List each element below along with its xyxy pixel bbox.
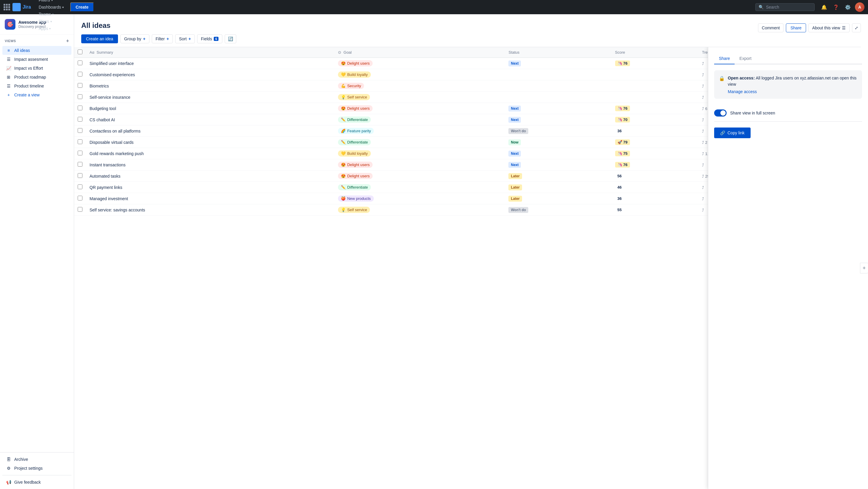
status-cell: Later bbox=[505, 171, 611, 182]
summary-cell[interactable]: Biometrics bbox=[86, 80, 334, 92]
sidebar-item-product-roadmap[interactable]: ⊞ Product roadmap bbox=[2, 73, 71, 82]
sidebar-item-all-ideas[interactable]: ≡ All ideas bbox=[2, 46, 71, 55]
goal-tag[interactable]: 💡 Self service bbox=[338, 94, 370, 100]
row-checkbox[interactable] bbox=[78, 61, 83, 65]
manage-access-link[interactable]: Manage access bbox=[728, 89, 857, 94]
goal-emoji: 🍑 bbox=[341, 196, 346, 201]
goal-tag[interactable]: 💛 Build loyalty bbox=[338, 150, 371, 157]
nav-item-filters[interactable]: Filters▾ bbox=[36, 0, 67, 4]
header-checkbox-col bbox=[74, 47, 86, 58]
summary-cell[interactable]: QR payment links bbox=[86, 182, 334, 193]
summary-cell[interactable]: Budgeting tool bbox=[86, 103, 334, 114]
panel-plus-button[interactable]: + bbox=[860, 263, 868, 273]
row-checkbox-cell bbox=[74, 159, 86, 171]
row-checkbox[interactable] bbox=[78, 151, 83, 155]
app-grid-button[interactable] bbox=[4, 4, 10, 10]
goal-tag[interactable]: 💡 Self service bbox=[338, 207, 370, 213]
row-checkbox[interactable] bbox=[78, 105, 83, 110]
create-button[interactable]: Create bbox=[70, 2, 94, 12]
about-view-icon: ☰ bbox=[842, 26, 846, 30]
notifications-button[interactable]: 🔔 bbox=[819, 2, 829, 12]
copy-link-button[interactable]: 🔗 Copy link bbox=[714, 127, 751, 138]
score-cell: 🦄 75 bbox=[612, 148, 699, 159]
sidebar-item-label: Archive bbox=[14, 457, 28, 462]
goal-tag[interactable]: 😍 Delight users bbox=[338, 173, 373, 179]
header-summary: Aα Summary bbox=[86, 47, 334, 58]
expand-button[interactable]: ⤢ bbox=[852, 24, 861, 32]
row-checkbox[interactable] bbox=[78, 184, 83, 189]
row-checkbox[interactable] bbox=[78, 72, 83, 77]
row-checkbox[interactable] bbox=[78, 140, 83, 144]
help-button[interactable]: ❓ bbox=[831, 2, 841, 12]
status-badge: Won't do bbox=[508, 207, 528, 213]
filter-button[interactable]: Filter + bbox=[152, 34, 173, 43]
row-checkbox[interactable] bbox=[78, 173, 83, 178]
summary-cell[interactable]: Customised experiences bbox=[86, 69, 334, 80]
goal-cell: ✏️ Differentiate bbox=[334, 182, 505, 193]
sidebar-item-give-feedback[interactable]: 📢 Give feedback bbox=[2, 478, 71, 487]
fullscreen-toggle[interactable]: ✕ bbox=[714, 110, 726, 117]
status-cell: Now bbox=[505, 137, 611, 148]
goal-tag[interactable]: 😍 Delight users bbox=[338, 60, 373, 66]
select-all-checkbox[interactable] bbox=[78, 50, 83, 54]
sidebar-item-archive[interactable]: 🗄 Archive bbox=[2, 455, 71, 464]
goal-emoji: 😍 bbox=[341, 162, 346, 167]
sort-button[interactable]: Sort + bbox=[175, 34, 195, 43]
row-checkbox[interactable] bbox=[78, 83, 83, 88]
goal-tag[interactable]: 😍 Delight users bbox=[338, 105, 373, 112]
summary-cell[interactable]: Gold rewards marketing push bbox=[86, 148, 334, 159]
goal-tag[interactable]: ✏️ Differentiate bbox=[338, 117, 371, 123]
row-checkbox[interactable] bbox=[78, 207, 83, 212]
filter-plus-icon: + bbox=[166, 36, 169, 41]
sidebar-item-project-settings[interactable]: ⚙ Project settings bbox=[2, 464, 71, 473]
goal-tag[interactable]: 😍 Delight users bbox=[338, 162, 373, 168]
sidebar-item-impact-vs-effort[interactable]: 📈 Impact vs Effort bbox=[2, 64, 71, 73]
nav-item-dashboards[interactable]: Dashboards▾ bbox=[36, 4, 67, 11]
search-placeholder: Search bbox=[766, 5, 779, 9]
sidebar-item-product-timeline[interactable]: ☰ Product timeline bbox=[2, 82, 71, 90]
summary-cell[interactable]: Automated tasks bbox=[86, 171, 334, 182]
summary-cell[interactable]: Instant transactions bbox=[86, 159, 334, 171]
summary-cell[interactable]: Managed investment bbox=[86, 193, 334, 204]
fullscreen-row: ✕ Share view in full screen bbox=[714, 105, 862, 122]
user-avatar[interactable]: A bbox=[855, 2, 864, 12]
comment-button[interactable]: Comment bbox=[758, 24, 784, 32]
row-checkbox[interactable] bbox=[78, 117, 83, 122]
row-checkbox[interactable] bbox=[78, 128, 83, 133]
goal-cell: 🍑 New products bbox=[334, 193, 505, 204]
goal-tag[interactable]: 💛 Build loyalty bbox=[338, 71, 371, 78]
share-button[interactable]: Share bbox=[786, 24, 806, 32]
nav-item-teams[interactable]: Teams▾ bbox=[36, 11, 67, 18]
summary-cell[interactable]: CS chatbot AI bbox=[86, 114, 334, 125]
about-view-button[interactable]: About this view ☰ bbox=[808, 24, 849, 32]
goal-tag[interactable]: 🍑 New products bbox=[338, 195, 374, 202]
refresh-button[interactable]: 🔄 bbox=[225, 34, 236, 43]
add-view-button[interactable]: + bbox=[66, 38, 69, 43]
nav-item-plans[interactable]: Plans▾ bbox=[36, 18, 67, 25]
fields-button[interactable]: Fields 6 bbox=[197, 34, 222, 43]
goal-tag[interactable]: 💪 Security bbox=[338, 83, 364, 89]
search-box[interactable]: 🔍 Search bbox=[755, 3, 815, 11]
tab-export[interactable]: Export bbox=[735, 53, 756, 64]
jira-logo[interactable]: Jira bbox=[12, 3, 31, 11]
group-by-button[interactable]: Group by + bbox=[120, 34, 149, 43]
nav-item-apps[interactable]: Apps▾ bbox=[36, 25, 67, 32]
sidebar-item-impact-assessment[interactable]: ☰ Impact assesment bbox=[2, 55, 71, 64]
summary-cell[interactable]: Disposable virtual cards bbox=[86, 137, 334, 148]
row-checkbox[interactable] bbox=[78, 162, 83, 167]
settings-button[interactable]: ⚙️ bbox=[843, 2, 852, 12]
summary-cell[interactable]: Self-service insurance bbox=[86, 92, 334, 103]
score-cell: 36 bbox=[612, 193, 699, 204]
summary-cell[interactable]: Contactless on all platforms bbox=[86, 125, 334, 137]
goal-tag[interactable]: ✏️ Differentiate bbox=[338, 184, 371, 190]
summary-cell[interactable]: Simplified user interface bbox=[86, 58, 334, 69]
create-idea-button[interactable]: Create an idea bbox=[81, 34, 118, 43]
row-checkbox[interactable] bbox=[78, 94, 83, 99]
goal-tag[interactable]: ✏️ Differentiate bbox=[338, 139, 371, 145]
tab-share[interactable]: Share bbox=[714, 53, 735, 64]
goal-tag[interactable]: 🌈 Feature parity bbox=[338, 128, 374, 134]
row-checkbox[interactable] bbox=[78, 196, 83, 201]
sidebar-item-label: Impact assesment bbox=[14, 57, 48, 62]
summary-cell[interactable]: Self service: savings accounts bbox=[86, 204, 334, 216]
sidebar-item-create-view[interactable]: + Create a view bbox=[2, 90, 71, 99]
